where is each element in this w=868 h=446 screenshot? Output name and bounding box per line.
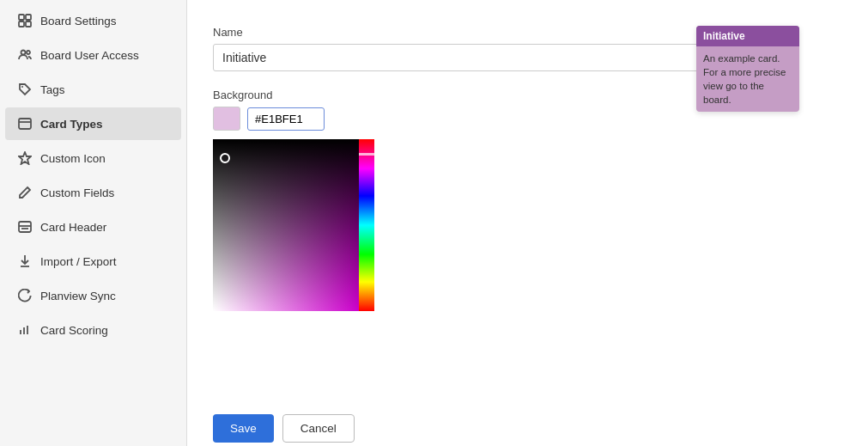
svg-point-6 [21,86,23,88]
tag-icon [17,82,33,97]
color-gradient[interactable] [213,139,359,311]
main-content: Initiative An example card. For a more p… [187,0,868,446]
sidebar-item-label: Tags [40,83,65,96]
sync-icon [17,288,33,303]
sidebar-item-custom-icon[interactable]: Custom Icon [5,142,181,174]
svg-rect-3 [26,21,31,27]
color-swatch[interactable] [213,107,240,131]
sidebar-item-label: Card Scoring [40,324,108,337]
sidebar-item-label: Card Types [40,118,103,131]
sidebar-item-label: Custom Fields [40,186,114,199]
actions: Save Cancel [213,414,842,443]
users-icon [17,47,33,63]
import-export-icon [17,254,33,269]
svg-rect-7 [19,119,31,129]
svg-rect-2 [19,21,24,27]
sidebar-item-tags[interactable]: Tags [5,73,181,106]
spectrum-handle [359,153,374,156]
svg-rect-10 [19,222,31,232]
hex-input[interactable] [247,107,325,131]
scoring-icon [17,322,33,338]
sidebar-item-card-scoring[interactable]: Card Scoring [5,314,181,346]
color-spectrum[interactable] [359,139,374,311]
sidebar-item-label: Board User Access [40,49,139,62]
preview-card-body: An example card. For a more precise view… [696,46,799,112]
svg-point-4 [21,51,26,55]
cancel-button[interactable]: Cancel [282,414,355,443]
gradient-background [213,139,359,311]
sidebar-item-label: Custom Icon [40,152,106,165]
sidebar-item-label: Planview Sync [40,290,116,302]
grid-icon [17,13,33,28]
svg-rect-0 [19,15,24,20]
sidebar-item-card-header[interactable]: Card Header [5,211,181,243]
sidebar-item-planview-sync[interactable]: Planview Sync [5,279,181,312]
preview-card-header: Initiative [696,26,799,46]
sidebar-item-label: Import / Export [40,255,117,268]
card-icon [17,116,33,131]
save-button[interactable]: Save [213,414,274,443]
name-input[interactable] [213,44,728,71]
sidebar-item-board-settings[interactable]: Board Settings [5,4,181,37]
svg-rect-1 [26,15,31,20]
svg-marker-9 [19,152,31,164]
sidebar-item-card-types[interactable]: Card Types [5,107,181,140]
sidebar-item-import-export[interactable]: Import / Export [5,245,181,278]
sidebar-item-label: Card Header [40,221,106,234]
sidebar-item-label: Board Settings [40,15,117,27]
sidebar-item-custom-fields[interactable]: Custom Fields [5,176,181,209]
svg-point-5 [27,51,30,54]
sidebar: Board Settings Board User Access Tags Ca… [0,0,187,446]
card-header-icon [17,219,33,235]
color-picker[interactable] [213,139,385,311]
star-icon [17,150,33,166]
preview-card: Initiative An example card. For a more p… [696,26,799,112]
edit-icon [17,185,33,200]
sidebar-item-board-user-access[interactable]: Board User Access [5,39,181,71]
